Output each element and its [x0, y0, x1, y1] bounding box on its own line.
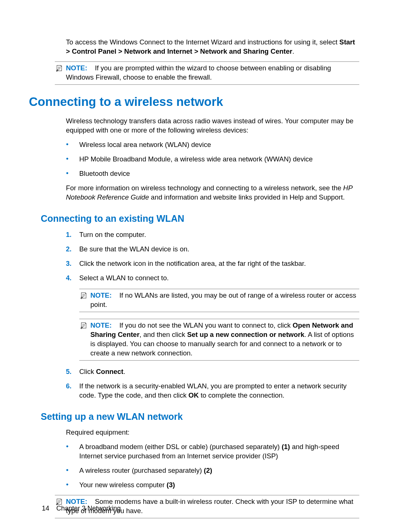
note-no-wlan: NOTE: If no WLANs are listed, you may be…	[79, 289, 359, 312]
note-label: NOTE:	[90, 321, 112, 329]
step-item: Turn on the computer.	[66, 230, 359, 240]
note-text: If you are prompted within the wizard to…	[66, 64, 331, 81]
note-firewall: NOTE: If you are prompted within the wiz…	[55, 61, 359, 85]
note-icon	[55, 64, 64, 72]
text: to complete the connection.	[199, 391, 284, 399]
heading-existing-wlan: Connecting to an existing WLAN	[41, 213, 359, 225]
text: Your new wireless computer	[79, 481, 167, 489]
chapter-label: Chapter 3 Networking	[56, 505, 121, 512]
note-icon	[79, 321, 88, 329]
page-number: 14	[42, 505, 49, 512]
intro-path-paragraph: To access the Windows Connect to the Int…	[66, 38, 359, 56]
note-open-sharing-center: NOTE: If you do not see the WLAN you wan…	[79, 319, 359, 361]
heading-connecting-wireless: Connecting to a wireless network	[29, 94, 359, 110]
device-list: Wireless local area network (WLAN) devic…	[66, 140, 359, 178]
step-item: Be sure that the WLAN device is on.	[66, 245, 359, 254]
list-item: A wireless router (purchased separately)…	[66, 466, 359, 475]
step-item: Select a WLAN to connect to. NOTE: If no…	[66, 274, 359, 361]
list-item: Wireless local area network (WLAN) devic…	[66, 140, 359, 150]
list-item: HP Mobile Broadband Module, a wireless w…	[66, 155, 359, 164]
note-body: NOTE: If no WLANs are listed, you may be…	[79, 291, 359, 310]
wireless-intro: Wireless technology transfers data acros…	[66, 117, 359, 135]
spacer	[114, 291, 119, 299]
list-item: Bluetooth device	[66, 169, 359, 178]
heading-new-wlan: Setting up a new WLAN network	[41, 411, 359, 423]
note-label: NOTE:	[90, 291, 112, 299]
equipment-list: A broadband modem (either DSL or cable) …	[66, 442, 359, 490]
text: A broadband modem (either DSL or cable) …	[79, 443, 281, 451]
page-footer: 14 Chapter 3 Networking	[42, 504, 121, 513]
list-item: A broadband modem (either DSL or cable) …	[66, 442, 359, 461]
spacer	[114, 321, 119, 329]
note-body: NOTE: If you do not see the WLAN you wan…	[79, 321, 359, 358]
text: .	[123, 368, 125, 375]
text: Click	[79, 368, 96, 375]
note-text: If you do not see the WLAN you want to c…	[119, 321, 293, 329]
step-text: Select a WLAN to connect to.	[79, 274, 169, 282]
required-equipment: Required equipment:	[66, 428, 359, 437]
step-item: Click Connect.	[66, 367, 359, 377]
note-icon	[79, 291, 88, 300]
wlan-steps: Turn on the computer. Be sure that the W…	[66, 230, 359, 400]
step-item: If the network is a security-enabled WLA…	[66, 382, 359, 400]
list-item: Your new wireless computer (3)	[66, 481, 359, 490]
note-text: , and then click	[140, 331, 187, 338]
ok-button-label: OK	[189, 391, 199, 399]
callout-number: (2)	[204, 466, 212, 474]
text: To access the Windows Connect to the Int…	[66, 38, 339, 46]
note-text	[89, 64, 95, 72]
note-text: If no WLANs are listed, you may be out o…	[90, 291, 356, 308]
text: For more information on wireless technol…	[66, 184, 343, 192]
callout-number: (1)	[281, 443, 290, 451]
text: A wireless router (purchased separately)	[79, 466, 204, 474]
body-content: To access the Windows Connect to the Int…	[66, 38, 359, 518]
bold-text: Set up a new connection or network	[187, 331, 304, 338]
note-body: NOTE: If you are prompted within the wiz…	[55, 64, 359, 82]
connect-button-label: Connect	[96, 368, 123, 375]
step-item: Click the network icon in the notificati…	[66, 259, 359, 268]
document-page: To access the Windows Connect to the Int…	[0, 0, 400, 532]
more-info-paragraph: For more information on wireless technol…	[66, 184, 359, 202]
text: and information and website links provid…	[149, 193, 345, 201]
callout-number: (3)	[167, 481, 175, 489]
note-label: NOTE:	[66, 64, 87, 72]
text: .	[292, 47, 294, 55]
